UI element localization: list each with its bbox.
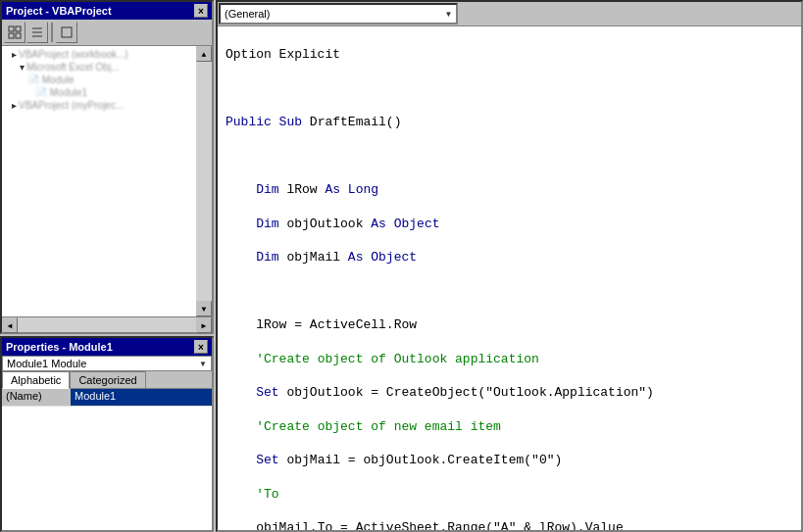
main-container: Project - VBAProject × <box>0 0 803 532</box>
properties-dropdown[interactable]: Module1 Module ▼ <box>2 356 212 371</box>
code-line <box>226 282 793 302</box>
properties-title: Properties - Module1 <box>6 341 113 353</box>
code-line: 'Create object of Outlook application <box>226 350 793 369</box>
code-line: Set objOutlook = CreateObject("Outlook.A… <box>226 383 793 403</box>
props-row-name: (Name) Module1 <box>2 389 212 407</box>
code-editor[interactable]: Option Explicit Public Sub DraftEmail() … <box>218 26 801 530</box>
project-panel: Project - VBAProject × <box>0 0 214 334</box>
code-toolbar: (General) ▼ <box>218 2 801 26</box>
code-panel: (General) ▼ Option Explicit Public Sub D… <box>216 0 803 532</box>
code-line <box>226 79 793 99</box>
code-dropdown-arrow: ▼ <box>444 10 452 19</box>
tree-item[interactable]: ▸ VBAProject (workbook...) <box>4 48 194 61</box>
code-line: Dim lRow As Long <box>226 180 793 200</box>
hscroll-track[interactable] <box>18 317 196 332</box>
svg-rect-0 <box>9 26 14 31</box>
project-titlebar: Project - VBAProject × <box>2 2 212 20</box>
code-line: objMail.To = ActiveSheet.Range("A" & lRo… <box>226 518 793 530</box>
vscroll-down-button[interactable]: ▼ <box>196 301 212 316</box>
props-val-name[interactable]: Module1 <box>71 389 212 406</box>
project-toolbar <box>2 20 212 46</box>
code-line: Dim objMail As Object <box>226 248 793 267</box>
hscroll-right-button[interactable]: ▶ <box>196 317 212 333</box>
code-line: Dim objOutlook As Object <box>226 215 793 234</box>
svg-rect-2 <box>9 33 14 38</box>
vscroll-up-button[interactable]: ▲ <box>196 46 212 62</box>
code-dropdown-value: (General) <box>225 8 270 20</box>
code-line: lRow = ActiveCell.Row <box>226 315 793 335</box>
code-line: Public Sub DraftEmail() <box>226 113 793 132</box>
properties-dropdown-arrow: ▼ <box>199 360 207 368</box>
properties-grid: (Name) Module1 <box>2 389 212 530</box>
vscroll-track[interactable] <box>196 62 212 301</box>
properties-close-button[interactable]: × <box>194 340 208 354</box>
svg-rect-1 <box>16 26 21 31</box>
toolbar-btn-2[interactable] <box>26 22 48 43</box>
tree-item[interactable]: 📄 Module1 <box>4 86 194 99</box>
project-vscroll[interactable]: ▲ ▼ <box>196 46 212 316</box>
tree-item[interactable]: 📄 Module <box>4 73 194 86</box>
project-title: Project - VBAProject <box>6 5 112 17</box>
project-tree[interactable]: ▸ VBAProject (workbook...) ▾ Microsoft E… <box>2 46 196 316</box>
tab-categorized[interactable]: Categorized <box>70 371 145 388</box>
code-general-dropdown[interactable]: (General) ▼ <box>219 3 458 24</box>
code-line: Set objMail = objOutlook.CreateItem("0") <box>226 451 793 470</box>
code-line: 'To <box>226 485 793 505</box>
svg-rect-7 <box>62 27 72 37</box>
properties-tabs: Alphabetic Categorized <box>2 371 212 389</box>
properties-titlebar: Properties - Module1 × <box>2 338 212 356</box>
project-close-button[interactable]: × <box>194 4 208 18</box>
project-tree-wrapper: ▸ VBAProject (workbook...) ▾ Microsoft E… <box>2 46 212 316</box>
properties-panel: Properties - Module1 × Module1 Module ▼ … <box>0 336 214 532</box>
toolbar-btn-3[interactable] <box>56 22 77 43</box>
code-line: Option Explicit <box>226 45 793 65</box>
code-line: 'Create object of new email item <box>226 417 793 437</box>
tree-item[interactable]: ▸ VBAProject (myProjec... <box>4 99 194 112</box>
tab-alphabetic[interactable]: Alphabetic <box>2 371 70 389</box>
properties-dropdown-value: Module1 Module <box>7 358 86 369</box>
project-hscroll[interactable]: ◀ ▶ <box>2 316 212 332</box>
props-key-name: (Name) <box>2 389 71 406</box>
toolbar-btn-1[interactable] <box>4 22 25 43</box>
tree-item[interactable]: ▾ Microsoft Excel Obj... <box>4 61 194 73</box>
left-panel: Project - VBAProject × <box>0 0 214 532</box>
svg-rect-3 <box>16 33 21 38</box>
code-line <box>226 147 793 167</box>
hscroll-left-button[interactable]: ◀ <box>2 317 18 333</box>
toolbar-separator <box>51 23 53 42</box>
